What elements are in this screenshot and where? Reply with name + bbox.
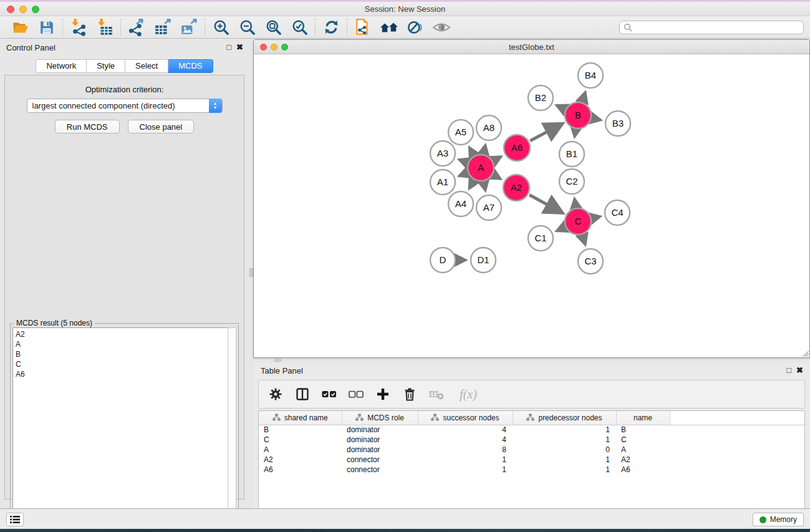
horizontal-divider-handle[interactable] <box>274 359 281 362</box>
gear-icon[interactable] <box>268 386 284 402</box>
optimization-select[interactable]: largest connected component (directed) ▲… <box>27 99 223 113</box>
graph-edge-A-A4[interactable] <box>470 181 474 188</box>
graph-edge-A-A7[interactable] <box>484 183 486 191</box>
graph-edge-A6-B[interactable] <box>530 124 562 141</box>
network-file-icon[interactable] <box>354 18 372 37</box>
mcds-list-scrollbar[interactable] <box>228 327 236 532</box>
split-panel-icon[interactable] <box>294 386 311 402</box>
export-image-icon[interactable] <box>180 18 198 37</box>
control-panel-title: Control Panel <box>6 43 55 52</box>
tab-mcds[interactable]: MCDS <box>168 59 213 73</box>
close-panel-button[interactable]: Close panel <box>128 120 195 133</box>
memory-label: Memory <box>770 515 797 524</box>
import-network-icon[interactable] <box>69 18 88 37</box>
task-history-button[interactable] <box>6 513 24 526</box>
network-window: testGlobe.txt B4B2BB3B1A5A8A6A3AA1A2A4A7… <box>253 39 810 358</box>
zoom-fit-icon[interactable] <box>264 18 282 37</box>
graph-edge-A2-C[interactable] <box>529 195 562 213</box>
column-header-shared-name[interactable]: shared name <box>259 411 342 425</box>
graph-edge-A-A3[interactable] <box>459 160 466 163</box>
home-icon[interactable] <box>380 18 398 37</box>
table-toolbar: f(x) <box>258 380 805 409</box>
select-all-icon[interactable] <box>321 386 337 402</box>
table-row[interactable]: A6connector11A6 <box>259 465 804 475</box>
mcds-result-item[interactable]: A6 <box>16 369 228 379</box>
tab-network[interactable]: Network <box>36 59 87 73</box>
table-panel-title: Table Panel <box>261 366 303 375</box>
graph-node-label: B4 <box>585 70 596 80</box>
zoom-selected-icon[interactable] <box>290 18 309 37</box>
table-row[interactable]: Cdominator41C <box>259 435 804 445</box>
graph-edge-B-B2[interactable] <box>556 105 564 109</box>
table-cell: dominator <box>342 425 418 435</box>
export-table-icon[interactable] <box>153 18 172 37</box>
graph-node-label: C2 <box>566 176 577 186</box>
resize-grip-icon[interactable] <box>801 349 809 357</box>
table-row[interactable]: Bdominator41B <box>259 425 804 435</box>
table-cell: 1 <box>513 465 616 475</box>
memory-button[interactable]: Memory <box>753 513 804 526</box>
graph-edge-A-A6[interactable] <box>494 157 501 160</box>
zoom-in-icon[interactable] <box>211 18 230 37</box>
tab-style[interactable]: Style <box>87 59 125 73</box>
run-mcds-button[interactable]: Run MCDS <box>55 120 120 133</box>
graph-edge-C-C4[interactable] <box>592 216 600 218</box>
table-cell: C <box>259 435 342 445</box>
table-cell: 1 <box>418 465 513 475</box>
refresh-layout-icon[interactable] <box>322 18 340 37</box>
graph-edge-A-A1[interactable] <box>459 173 466 176</box>
table-cell: 0 <box>513 445 616 455</box>
graph-node-label: B <box>575 110 581 120</box>
mcds-result-item[interactable]: A <box>16 339 228 349</box>
column-header-name[interactable]: name <box>616 411 670 425</box>
memory-status-icon <box>759 516 766 523</box>
graphics-details-icon[interactable] <box>406 18 425 37</box>
zoom-out-icon[interactable] <box>238 18 256 37</box>
column-header-predecessor-nodes[interactable]: predecessor nodes <box>513 411 616 425</box>
column-header-successor-nodes[interactable]: successor nodes <box>418 411 513 425</box>
delete-table-icon[interactable] <box>428 386 445 402</box>
search-input[interactable] <box>619 21 804 34</box>
graph-edge-B-B4[interactable] <box>582 92 585 101</box>
eye-icon[interactable] <box>432 18 451 37</box>
mcds-result-item[interactable]: C <box>16 359 228 369</box>
import-table-icon[interactable] <box>95 18 114 37</box>
graph-edge-B-B3[interactable] <box>593 118 601 120</box>
table-float-panel-icon[interactable]: □ <box>786 365 791 375</box>
optimization-criterion-label: Optimization criterion: <box>5 85 244 94</box>
table-cell: 1 <box>513 455 616 465</box>
tab-select[interactable]: Select <box>125 59 168 73</box>
graph-edge-C-C1[interactable] <box>557 228 565 231</box>
table-cell: A6 <box>616 465 670 475</box>
column-header-MCDS-role[interactable]: MCDS role <box>342 411 418 425</box>
float-panel-icon[interactable]: □ <box>226 42 231 52</box>
network-window-titlebar[interactable]: testGlobe.txt <box>254 40 809 54</box>
add-column-icon[interactable] <box>375 386 391 402</box>
table-cell: dominator <box>342 445 418 455</box>
table-panel: Table Panel □ ✖ <box>253 363 810 508</box>
deselect-all-icon[interactable] <box>348 386 364 402</box>
graph-edge-A-A2[interactable] <box>494 175 501 179</box>
mcds-result-item[interactable]: B <box>16 349 228 359</box>
delete-column-icon[interactable] <box>402 386 418 402</box>
graph-edge-C-C2[interactable] <box>574 199 576 207</box>
search-field <box>619 21 804 34</box>
graph-edge-A-A8[interactable] <box>484 145 486 153</box>
network-canvas[interactable]: B4B2BB3B1A5A8A6A3AA1A2A4A7C2CC4C1C3DD1 <box>254 54 809 357</box>
table-row[interactable]: A2connector11A2 <box>259 455 804 465</box>
mcds-result-item[interactable]: A2 <box>16 329 228 339</box>
graph-node-label: C1 <box>534 233 546 243</box>
table-cell: B <box>616 425 670 435</box>
table-row[interactable]: Adominator80A <box>259 445 804 455</box>
graph-edge-C-C3[interactable] <box>582 236 585 244</box>
table-close-panel-icon[interactable]: ✖ <box>796 365 803 375</box>
open-session-icon[interactable] <box>11 18 30 37</box>
save-session-icon[interactable] <box>37 18 56 37</box>
graph-edge-B-B1[interactable] <box>574 130 576 137</box>
table-cell: 8 <box>418 445 513 455</box>
column-header-label: name <box>634 414 652 422</box>
close-panel-icon[interactable]: ✖ <box>236 42 243 52</box>
export-network-icon[interactable] <box>127 18 146 37</box>
function-builder-icon[interactable]: f(x) <box>455 386 481 402</box>
graph-edge-A-A5[interactable] <box>470 147 474 155</box>
